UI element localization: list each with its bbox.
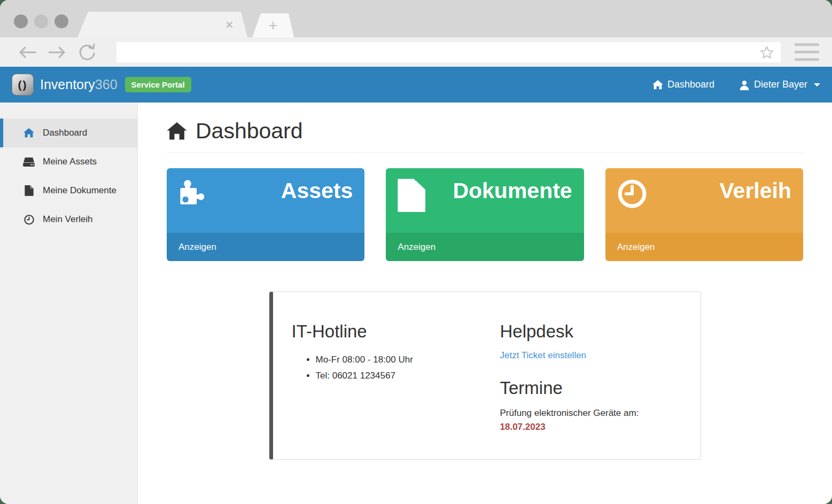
file-icon — [23, 185, 35, 196]
reload-icon — [79, 43, 96, 61]
file-icon — [398, 179, 425, 212]
browser-chrome: × + — [0, 0, 832, 37]
window-close-button[interactable] — [14, 14, 28, 28]
puzzle-icon — [178, 179, 205, 206]
brand-suffix: 360 — [95, 77, 118, 92]
dokumente-card[interactable]: Dokumente Anzeigen — [386, 168, 584, 261]
termine-date: 18.07.2023 — [500, 422, 679, 432]
card-title: Assets — [281, 179, 353, 203]
info-panel: IT-Hotline Mo-Fr 08:00 - 18:00 Uhr Tel: … — [269, 292, 701, 460]
sidebar-item-meine-dokumente[interactable]: Meine Dokumente — [0, 176, 137, 205]
title-divider — [167, 152, 803, 153]
card-action[interactable]: Anzeigen — [605, 233, 803, 261]
main-content: Dashboard Assets — [138, 103, 832, 504]
termine-title: Termine — [500, 378, 679, 398]
navbar-dashboard-link[interactable]: Dashboard — [652, 79, 714, 90]
forward-arrow-icon — [48, 46, 66, 59]
sidebar: Dashboard Meine Assets — [0, 103, 138, 504]
page-title-text: Dashboard — [196, 119, 303, 144]
sidebar-item-meine-assets[interactable]: Meine Assets — [0, 147, 137, 176]
browser-window: × + — [0, 0, 832, 504]
sidebar-item-label: Mein Verleih — [43, 214, 93, 225]
sidebar-item-mein-verleih[interactable]: Mein Verleih — [0, 205, 137, 234]
bookmark-star-icon[interactable] — [759, 45, 774, 62]
browser-menu-button[interactable] — [795, 43, 819, 61]
tab-close-icon[interactable]: × — [226, 18, 234, 32]
sidebar-item-label: Meine Assets — [43, 156, 97, 167]
clock-icon — [23, 215, 35, 225]
assets-card[interactable]: Assets Anzeigen — [167, 168, 364, 261]
card-title: Dokumente — [453, 179, 572, 203]
card-title: Verleih — [720, 179, 791, 203]
service-portal-badge: Service Portal — [125, 77, 191, 92]
hotline-list: Mo-Fr 08:00 - 18:00 Uhr Tel: 06021 12345… — [316, 355, 500, 381]
window-minimize-button[interactable] — [34, 14, 48, 28]
browser-tab[interactable]: × — [77, 12, 247, 37]
card-action[interactable]: Anzeigen — [386, 233, 584, 261]
page-title: Dashboard — [167, 119, 803, 144]
new-tab-button[interactable]: + — [252, 13, 294, 37]
back-button[interactable] — [18, 43, 36, 61]
app-logo: () — [12, 74, 34, 96]
window-maximize-button[interactable] — [55, 14, 68, 28]
hotline-hours: Mo-Fr 08:00 - 18:00 Uhr — [316, 355, 500, 365]
brand-name: Inventory360 — [40, 77, 118, 92]
sidebar-item-label: Meine Dokumente — [43, 185, 116, 196]
card-action[interactable]: Anzeigen — [167, 233, 364, 261]
hotline-section: IT-Hotline Mo-Fr 08:00 - 18:00 Uhr Tel: … — [292, 321, 500, 459]
browser-toolbar — [0, 37, 832, 67]
home-icon — [167, 122, 187, 140]
verleih-card[interactable]: Verleih Anzeigen — [605, 168, 803, 261]
reload-button[interactable] — [78, 43, 96, 61]
brand-text: Inventory — [40, 77, 95, 92]
hdd-icon — [23, 157, 35, 167]
helpdesk-title: Helpdesk — [500, 321, 679, 342]
window-controls — [14, 14, 68, 28]
hotline-phone: Tel: 06021 1234567 — [316, 371, 500, 381]
user-menu[interactable]: Dieter Bayer — [739, 79, 820, 90]
plus-icon: + — [268, 18, 278, 34]
user-icon — [739, 80, 750, 90]
address-bar[interactable] — [116, 42, 781, 62]
clock-icon — [617, 179, 647, 209]
back-arrow-icon — [18, 46, 36, 59]
app-navbar: () Inventory360 Service Portal Dashboard… — [0, 67, 832, 103]
home-icon — [23, 128, 35, 138]
home-icon — [652, 80, 663, 90]
helpdesk-section: Helpdesk Jetzt Ticket einstellen Termine… — [500, 321, 679, 459]
forward-button[interactable] — [48, 43, 66, 61]
sidebar-item-label: Dashboard — [43, 128, 87, 138]
dashboard-cards: Assets Anzeigen Dokumente Anzeigen — [167, 168, 803, 261]
termine-text: Prüfung elektronischer Geräte am: — [500, 408, 679, 419]
user-name-label: Dieter Bayer — [754, 79, 807, 90]
sidebar-item-dashboard[interactable]: Dashboard — [0, 119, 137, 147]
hotline-title: IT-Hotline — [292, 321, 500, 342]
navbar-dashboard-label: Dashboard — [667, 79, 714, 90]
create-ticket-link[interactable]: Jetzt Ticket einstellen — [500, 350, 587, 361]
caret-down-icon — [814, 83, 820, 86]
